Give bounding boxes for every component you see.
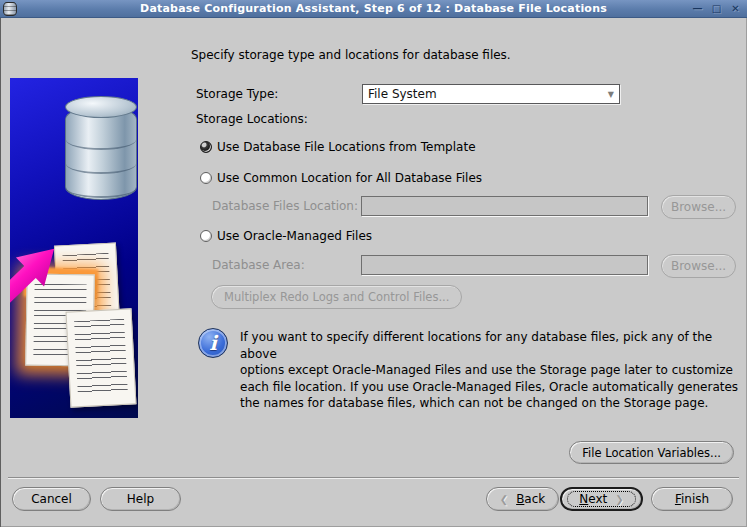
radio-label: Use Database File Locations from Templat…: [217, 140, 476, 154]
storage-locations-label: Storage Locations:: [196, 112, 308, 126]
back-button[interactable]: ❮ Back: [486, 487, 559, 511]
storage-type-label: Storage Type:: [196, 87, 278, 101]
dialog-window: Database Configuration Assistant, Step 6…: [0, 0, 747, 527]
finish-button[interactable]: Finish: [651, 487, 733, 511]
title-bar[interactable]: Database Configuration Assistant, Step 6…: [0, 0, 747, 18]
sidebar-illustration: [10, 78, 138, 418]
storage-type-select[interactable]: File System ▼: [362, 84, 620, 104]
database-files-location-input[interactable]: [361, 196, 648, 216]
storage-type-value: File System: [368, 87, 437, 101]
radio-use-oracle-managed-files[interactable]: Use Oracle-Managed Files: [200, 229, 372, 243]
radio-button-icon[interactable]: [200, 172, 212, 184]
radio-label: Use Oracle-Managed Files: [217, 229, 372, 243]
info-message: If you want to specify different locatio…: [240, 329, 745, 412]
browse-database-area-button[interactable]: Browse...: [661, 254, 736, 278]
radio-label: Use Common Location for All Database Fil…: [217, 171, 482, 185]
database-area-label: Database Area:: [212, 258, 305, 272]
window-title: Database Configuration Assistant, Step 6…: [0, 2, 747, 15]
close-icon[interactable]: ✕: [728, 1, 743, 16]
radio-use-common-location[interactable]: Use Common Location for All Database Fil…: [200, 171, 482, 185]
help-button[interactable]: Help: [100, 487, 181, 511]
info-icon: i: [198, 328, 228, 358]
chevron-left-icon: ❮: [500, 494, 508, 505]
cancel-button[interactable]: Cancel: [12, 487, 91, 511]
radio-button-icon[interactable]: [200, 230, 212, 242]
database-area-input[interactable]: [361, 255, 648, 275]
footer-separator: [8, 477, 739, 479]
multiplex-redo-logs-button[interactable]: Multiplex Redo Logs and Control Files...: [211, 285, 462, 309]
browse-database-files-button[interactable]: Browse...: [661, 195, 736, 219]
page-instruction: Specify storage type and locations for d…: [191, 48, 511, 62]
minimize-icon[interactable]: —: [690, 1, 705, 16]
file-location-variables-button[interactable]: File Location Variables...: [569, 441, 734, 464]
document-page-icon: [66, 308, 137, 407]
radio-use-template-locations[interactable]: Use Database File Locations from Templat…: [200, 140, 476, 154]
dropdown-arrow-icon[interactable]: ▼: [608, 90, 614, 99]
database-files-location-label: Database Files Location:: [212, 199, 358, 213]
next-button[interactable]: Next ❯: [560, 487, 643, 511]
chevron-right-icon: ❯: [615, 494, 623, 505]
radio-button-icon[interactable]: [200, 141, 212, 153]
maximize-icon[interactable]: □: [709, 1, 724, 16]
database-cylinder-icon: [65, 96, 137, 200]
